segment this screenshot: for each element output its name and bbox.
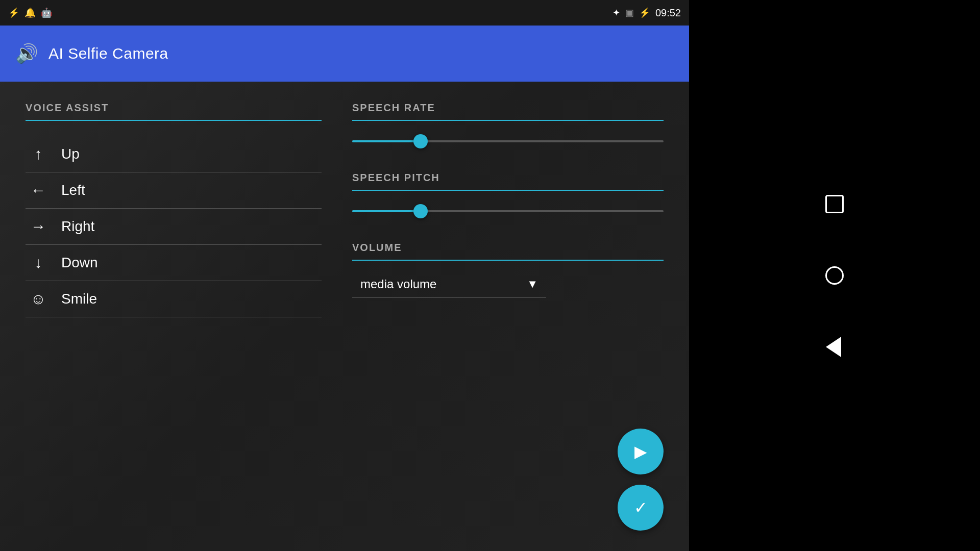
voice-assist-panel: VOICE ASSIST ↑ Up ← Left → Right ↓ Down …	[26, 102, 322, 531]
chevron-down-icon: ▼	[527, 278, 538, 291]
clock: 09:52	[655, 7, 681, 19]
down-icon: ↓	[26, 254, 51, 271]
home-button[interactable]	[819, 260, 850, 291]
recent-apps-button[interactable]	[819, 189, 850, 219]
app-title: AI Selfie Camera	[48, 45, 168, 62]
settings-panel: SPEECH RATE SPEECH PITCH	[352, 102, 664, 531]
down-label: Down	[61, 255, 98, 271]
status-bar: ⚡ 🔔 🤖 ✦ ▣ ⚡ 09:52	[0, 0, 689, 26]
square-icon	[825, 195, 844, 213]
up-label: Up	[61, 146, 80, 162]
voice-item-right[interactable]: → Right	[26, 209, 322, 245]
confirm-button[interactable]: ✓	[618, 485, 664, 531]
sim-icon: ▣	[625, 7, 634, 18]
play-icon: ▶	[634, 442, 647, 461]
speech-rate-thumb[interactable]	[413, 134, 428, 148]
smile-icon: ☺	[26, 290, 51, 308]
speech-rate-fill	[352, 140, 421, 142]
volume-selected-option: media volume	[360, 277, 436, 291]
robot-icon: 🤖	[41, 7, 52, 18]
volume-dropdown[interactable]: media volume ▼	[352, 271, 546, 298]
speech-rate-title: SPEECH RATE	[352, 102, 664, 121]
speech-rate-section: SPEECH RATE	[352, 102, 664, 152]
check-icon: ✓	[634, 498, 648, 517]
right-icon: →	[26, 218, 51, 235]
status-icons-right: ✦ ▣ ⚡ 09:52	[612, 7, 681, 19]
app-bar: 🔊 AI Selfie Camera	[0, 26, 689, 82]
android-nav-bar	[689, 0, 980, 551]
volume-title: VOLUME	[352, 242, 664, 261]
fab-container: ▶ ✓	[618, 429, 664, 531]
battery-icon: ⚡	[639, 7, 650, 18]
speech-pitch-title: SPEECH PITCH	[352, 172, 664, 191]
volume-section: VOLUME media volume ▼	[352, 242, 664, 298]
left-label: Left	[61, 182, 85, 198]
voice-item-down[interactable]: ↓ Down	[26, 245, 322, 281]
voice-item-smile[interactable]: ☺ Smile	[26, 281, 322, 317]
back-button[interactable]	[819, 332, 850, 362]
triangle-icon	[826, 337, 841, 357]
speech-rate-track	[352, 140, 664, 142]
speech-pitch-fill	[352, 210, 421, 212]
smile-label: Smile	[61, 291, 97, 307]
voice-assist-title: VOICE ASSIST	[26, 102, 322, 121]
status-icons-left: ⚡ 🔔 🤖	[8, 7, 52, 18]
right-label: Right	[61, 218, 94, 235]
lightning-icon: ⚡	[8, 7, 19, 18]
speech-rate-slider[interactable]	[352, 131, 664, 152]
play-button[interactable]: ▶	[618, 429, 664, 474]
voice-item-left[interactable]: ← Left	[26, 172, 322, 209]
speech-pitch-thumb[interactable]	[413, 204, 428, 218]
speech-pitch-slider[interactable]	[352, 201, 664, 221]
circle-icon	[825, 266, 844, 285]
speech-pitch-track	[352, 210, 664, 212]
volume-icon: 🔊	[15, 43, 38, 64]
notification-icon: 🔔	[24, 7, 36, 18]
bluetooth-icon: ✦	[612, 7, 620, 18]
voice-item-up[interactable]: ↑ Up	[26, 136, 322, 172]
up-icon: ↑	[26, 145, 51, 163]
left-icon: ←	[26, 182, 51, 199]
speech-pitch-section: SPEECH PITCH	[352, 172, 664, 221]
